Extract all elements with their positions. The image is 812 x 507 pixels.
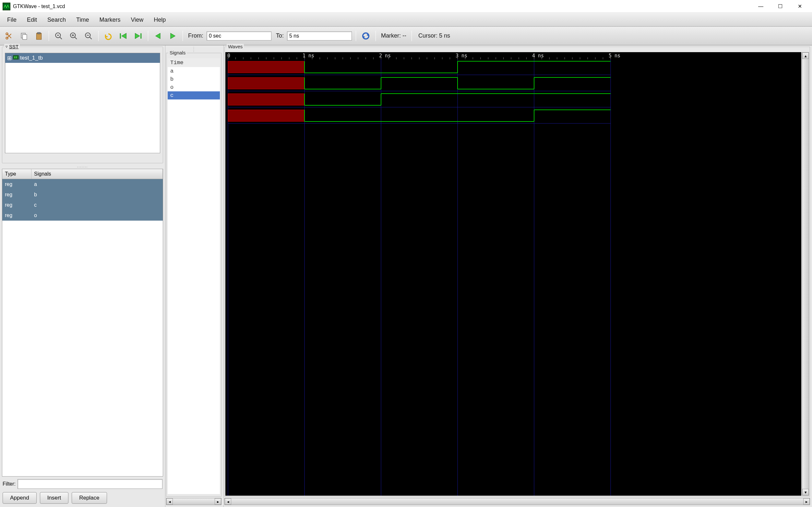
svg-rect-0	[3, 3, 10, 10]
signals-list[interactable]: aboc	[168, 67, 220, 494]
menu-markers[interactable]: Markers	[95, 14, 125, 25]
table-row[interactable]: rega	[2, 179, 163, 189]
scroll-right-icon[interactable]: ▸	[215, 498, 221, 505]
svg-line-8	[60, 37, 62, 39]
window-title: GTKWave - test_1.vcd	[13, 4, 65, 9]
waves-panel: Waves 1 ns2 ns3 ns4 ns5 ns0 ▴ ▾ ◂ ▸	[224, 45, 812, 507]
menu-search[interactable]: Search	[43, 14, 70, 25]
svg-rect-87	[228, 61, 305, 73]
menu-help[interactable]: Help	[149, 14, 170, 25]
svg-rect-18	[140, 33, 142, 38]
signal-entry[interactable]: o	[168, 83, 220, 91]
zoom-fit-icon[interactable]	[53, 30, 64, 42]
menu-time[interactable]: Time	[72, 14, 93, 25]
append-button[interactable]: Append	[3, 492, 37, 504]
menu-file[interactable]: File	[3, 14, 21, 25]
cut-icon[interactable]	[3, 30, 15, 42]
svg-text:4 ns: 4 ns	[532, 53, 544, 59]
cell-name: b	[32, 192, 163, 198]
col-head-signals[interactable]: Signals	[32, 169, 163, 179]
filter-label: Filter:	[3, 481, 15, 487]
svg-line-11	[74, 37, 77, 39]
col-head-type[interactable]: Type	[2, 169, 32, 179]
menu-view[interactable]: View	[126, 14, 148, 25]
zoom-out-icon[interactable]	[83, 30, 94, 42]
sst-label: SST	[9, 44, 18, 49]
sst-frame: ▿ SST ⊞ test_1_tb	[2, 47, 163, 163]
cell-name: c	[32, 202, 163, 208]
svg-rect-109	[228, 110, 305, 121]
signals-table-body[interactable]: regaregbregcrego	[2, 179, 163, 476]
hierarchy-tree[interactable]: ⊞ test_1_tb	[5, 53, 160, 153]
table-row[interactable]: regc	[2, 200, 163, 210]
svg-text:0: 0	[227, 53, 230, 59]
svg-rect-93	[228, 77, 305, 89]
go-start-icon[interactable]	[117, 30, 129, 42]
cell-type: reg	[2, 202, 32, 208]
splitter-h[interactable]: ·······	[2, 165, 163, 169]
cell-name: o	[32, 213, 163, 218]
tree-root-label: test_1_tb	[20, 55, 43, 61]
reload-icon[interactable]	[360, 30, 372, 42]
signals-table-frame: Type Signals regaregbregcrego	[2, 169, 163, 476]
cell-name: a	[32, 181, 163, 187]
close-button[interactable]: ✕	[790, 0, 809, 13]
svg-rect-5	[36, 33, 41, 40]
waves-label: Waves	[227, 44, 244, 49]
wave-area[interactable]: 1 ns2 ns3 ns4 ns5 ns0	[225, 52, 801, 496]
wave-scroll-left-icon[interactable]: ◂	[225, 498, 231, 505]
sst-collapse-icon[interactable]: ▿	[5, 44, 8, 49]
cursor-label: Cursor: 5 ns	[418, 33, 450, 39]
module-icon	[13, 55, 19, 61]
next-edge-icon[interactable]	[167, 30, 179, 42]
signals-panel: ···· Signals Time aboc ◂ ▸	[165, 45, 224, 507]
menu-edit[interactable]: Edit	[22, 14, 42, 25]
scroll-up-icon[interactable]: ▴	[802, 53, 809, 59]
filter-input[interactable]	[17, 479, 162, 489]
go-end-icon[interactable]	[132, 30, 144, 42]
tree-expand-icon[interactable]: ⊞	[7, 55, 12, 62]
app-icon	[3, 3, 10, 10]
signal-entry[interactable]: b	[168, 75, 220, 83]
signals-label: Signals	[168, 50, 187, 55]
signals-table-head: Type Signals	[2, 169, 163, 179]
signals-hscroll[interactable]: ◂ ▸	[166, 498, 221, 505]
table-row[interactable]: rego	[2, 210, 163, 221]
tree-root-row[interactable]: ⊞ test_1_tb	[5, 53, 160, 63]
prev-edge-icon[interactable]	[152, 30, 164, 42]
svg-text:5 ns: 5 ns	[609, 53, 620, 59]
minimize-button[interactable]: —	[751, 0, 770, 13]
replace-button[interactable]: Replace	[72, 492, 107, 504]
cell-type: reg	[2, 213, 32, 218]
titlebar: GTKWave - test_1.vcd — ☐ ✕	[0, 0, 812, 13]
splitter-v[interactable]: ····	[192, 47, 196, 53]
copy-icon[interactable]	[18, 30, 30, 42]
svg-rect-4	[23, 34, 27, 39]
waves-hscroll[interactable]: ◂ ▸	[224, 498, 810, 505]
to-label: To:	[276, 33, 284, 39]
insert-button[interactable]: Insert	[40, 492, 69, 504]
marker-label: Marker: --	[381, 33, 406, 39]
svg-line-15	[90, 37, 92, 39]
scroll-left-icon[interactable]: ◂	[166, 498, 173, 505]
time-header: Time	[168, 58, 220, 67]
wave-scroll-right-icon[interactable]: ▸	[803, 498, 810, 505]
signal-entry[interactable]: a	[168, 67, 220, 75]
svg-text:1 ns: 1 ns	[303, 53, 314, 59]
to-input[interactable]	[287, 32, 352, 41]
svg-rect-6	[38, 33, 41, 34]
maximize-button[interactable]: ☐	[770, 0, 790, 13]
svg-text:2 ns: 2 ns	[379, 53, 391, 59]
undo-icon[interactable]	[102, 30, 114, 42]
signals-frame: Signals Time aboc	[166, 53, 221, 497]
cell-type: reg	[2, 192, 32, 198]
cell-type: reg	[2, 181, 32, 187]
signal-entry[interactable]: c	[168, 91, 220, 100]
table-row[interactable]: regb	[2, 189, 163, 200]
from-input[interactable]	[207, 32, 271, 41]
scroll-down-icon[interactable]: ▾	[802, 489, 809, 495]
left-panel: ▿ SST ⊞ test_1_tb ······· Type Signals r…	[0, 45, 165, 507]
paste-icon[interactable]	[33, 30, 45, 42]
waves-vscroll[interactable]: ▴ ▾	[802, 52, 809, 496]
zoom-in-icon[interactable]	[68, 30, 80, 42]
